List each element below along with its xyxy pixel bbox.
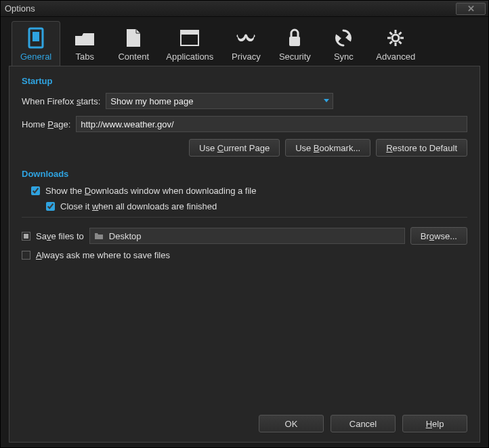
tab-applications[interactable]: Applications <box>158 21 221 66</box>
ok-button[interactable]: OK <box>259 415 324 432</box>
tab-security-label: Security <box>279 52 311 62</box>
category-tabbar: General Tabs Content Applications Privac… <box>1 17 488 66</box>
svg-point-7 <box>392 35 399 41</box>
when-starts-label: When Firefox starts: <box>22 96 100 106</box>
close-when-finished-checkbox[interactable] <box>46 202 55 211</box>
applications-icon <box>179 27 200 49</box>
downloads-header: Downloads <box>22 169 467 179</box>
always-ask-radio[interactable] <box>22 251 30 260</box>
always-ask-label: Always ask me where to save files <box>36 250 170 260</box>
close-when-finished-label: Close it when all downloads are finished <box>60 201 217 211</box>
save-files-to-radio[interactable] <box>22 232 30 241</box>
help-button[interactable]: Help <box>402 415 467 432</box>
save-path-field[interactable]: Desktop <box>89 228 405 244</box>
titlebar: Options <box>1 1 488 17</box>
use-bookmark-button[interactable]: Use Bookmark... <box>285 139 370 157</box>
tab-advanced-label: Advanced <box>376 52 415 62</box>
save-path-text: Desktop <box>109 231 142 241</box>
svg-line-15 <box>390 41 393 44</box>
tabs-icon <box>74 27 95 49</box>
tab-privacy-label: Privacy <box>232 52 261 62</box>
privacy-icon <box>235 27 257 49</box>
home-page-label: Home Page: <box>22 119 70 129</box>
window-title: Options <box>3 3 456 14</box>
tab-content[interactable]: Content <box>109 21 158 66</box>
tab-applications-label: Applications <box>166 52 213 62</box>
tab-privacy[interactable]: Privacy <box>221 21 270 66</box>
browse-button[interactable]: Browse... <box>410 227 467 245</box>
separator <box>22 217 467 218</box>
folder-icon <box>94 232 104 240</box>
tab-general[interactable]: General <box>12 21 60 66</box>
tab-tabs[interactable]: Tabs <box>60 21 109 66</box>
svg-rect-6 <box>289 37 300 46</box>
tab-sync-label: Sync <box>334 52 354 62</box>
sync-icon <box>333 27 354 49</box>
cancel-button[interactable]: Cancel <box>331 415 396 432</box>
svg-rect-5 <box>181 30 198 35</box>
dialog-footer: OK Cancel Help <box>259 415 467 432</box>
options-window: Options General Tabs Content <box>0 0 489 448</box>
advanced-icon <box>385 27 406 49</box>
tab-content-label: Content <box>118 52 149 62</box>
startup-header: Startup <box>22 76 467 86</box>
show-downloads-window-checkbox[interactable] <box>31 186 40 195</box>
security-icon <box>284 27 305 49</box>
svg-line-14 <box>399 33 402 35</box>
save-files-to-label: Save files to <box>36 231 84 241</box>
restore-default-button[interactable]: Restore to Default <box>376 139 467 157</box>
use-current-page-button[interactable]: Use Current Page <box>189 139 280 157</box>
show-downloads-window-label: Show the Downloads window when downloadi… <box>45 186 257 196</box>
tab-advanced[interactable]: Advanced <box>368 21 423 66</box>
tab-security[interactable]: Security <box>270 21 319 66</box>
close-icon <box>468 5 474 12</box>
close-button[interactable] <box>456 3 486 15</box>
tab-tabs-label: Tabs <box>76 52 94 62</box>
general-icon <box>25 27 47 49</box>
when-starts-select[interactable]: Show my home page <box>106 93 333 109</box>
content-icon <box>123 27 144 49</box>
tab-general-label: General <box>20 52 51 62</box>
home-page-input[interactable] <box>76 116 467 132</box>
tab-sync[interactable]: Sync <box>319 21 368 66</box>
svg-line-13 <box>399 41 402 44</box>
svg-line-12 <box>390 33 393 35</box>
content-panel: Startup When Firefox starts: Show my hom… <box>9 66 480 443</box>
svg-rect-3 <box>33 32 39 41</box>
